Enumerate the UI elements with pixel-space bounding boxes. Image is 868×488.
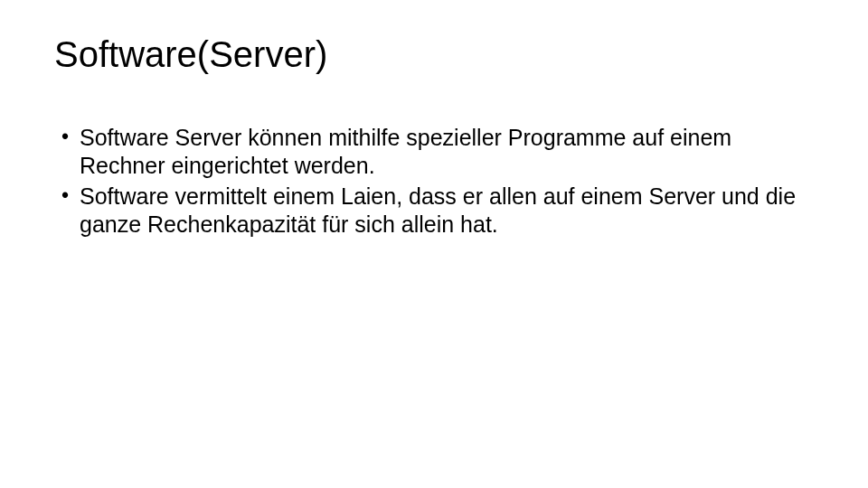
bullet-list: Software Server können mithilfe speziell… xyxy=(54,124,814,239)
bullet-item: Software Server können mithilfe speziell… xyxy=(61,124,814,181)
bullet-item: Software vermittelt einem Laien, dass er… xyxy=(61,183,814,239)
slide-title: Software(Server) xyxy=(54,34,814,75)
